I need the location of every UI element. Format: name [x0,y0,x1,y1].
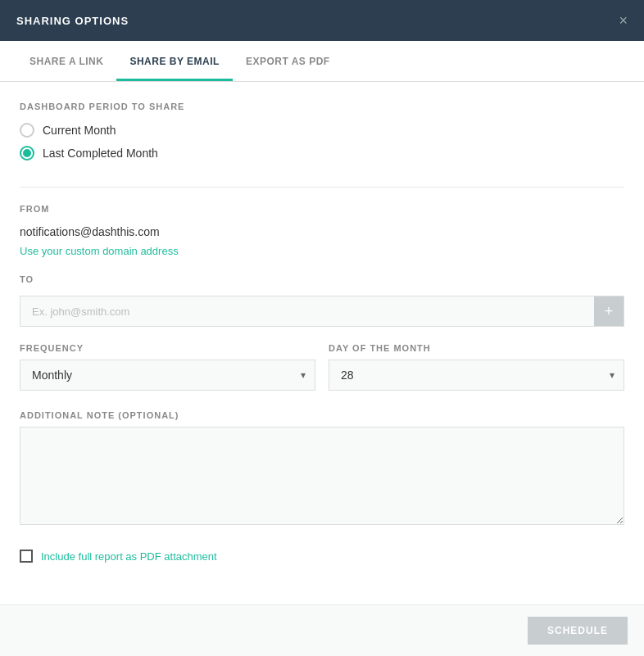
frequency-select[interactable]: Daily Weekly Monthly Yearly [20,360,315,391]
frequency-select-wrapper: Daily Weekly Monthly Yearly ▾ [20,360,315,391]
radio-last-completed-month[interactable]: Last Completed Month [20,146,624,161]
period-radio-group: Current Month Last Completed Month [20,123,624,161]
tabs-bar: SHARE A LINK SHARE BY EMAIL EXPORT AS PD… [0,41,644,82]
tab-share-link[interactable]: SHARE A LINK [16,41,116,81]
tab-export-pdf[interactable]: EXPORT AS PDF [233,41,343,81]
to-input-wrapper: + [20,296,624,327]
note-section: ADDITIONAL NOTE (OPTIONAL) [20,410,624,528]
add-email-button[interactable]: + [594,296,624,326]
day-select[interactable]: 1234 5678 9101112 13141516 17181920 2122… [329,360,624,391]
modal-footer: SCHEDULE [0,604,644,656]
frequency-label: FREQUENCY [20,343,315,353]
custom-domain-link[interactable]: Use your custom domain address [20,245,179,257]
radio-label-last-completed: Last Completed Month [43,147,158,160]
section-divider [20,187,624,188]
frequency-group: FREQUENCY Daily Weekly Monthly Yearly ▾ [20,343,315,391]
modal-body: DASHBOARD PERIOD TO SHARE Current Month … [0,82,644,604]
pdf-label-colored: full report as PDF attachment [79,550,217,563]
from-section: FROM notifications@dashthis.com Use your… [20,204,624,258]
pdf-label: Include full report as PDF attachment [41,550,217,563]
day-label: DAY OF THE MONTH [329,343,624,353]
radio-circle-last [20,146,34,161]
pdf-checkbox[interactable] [20,550,33,563]
radio-label-current-month: Current Month [43,124,116,137]
dashboard-period-label: DASHBOARD PERIOD TO SHARE [20,102,624,111]
sharing-options-modal: SHARING OPTIONS × SHARE A LINK SHARE BY … [0,0,644,656]
modal-title: SHARING OPTIONS [16,15,129,27]
modal-header: SHARING OPTIONS × [0,0,644,41]
pdf-checkbox-row: Include full report as PDF attachment [20,550,624,563]
from-email: notifications@dashthis.com [20,225,624,238]
radio-circle-current [20,123,34,138]
day-group: DAY OF THE MONTH 1234 5678 9101112 13141… [329,343,624,391]
to-label: TO [20,274,624,284]
frequency-row: FREQUENCY Daily Weekly Monthly Yearly ▾ … [20,343,624,391]
day-select-wrapper: 1234 5678 9101112 13141516 17181920 2122… [329,360,624,391]
note-textarea[interactable] [20,427,624,525]
to-email-input[interactable] [20,297,594,326]
close-button[interactable]: × [619,13,628,28]
from-label: FROM [20,204,624,214]
radio-current-month[interactable]: Current Month [20,123,624,138]
tab-share-email[interactable]: SHARE BY EMAIL [116,41,232,81]
note-label: ADDITIONAL NOTE (OPTIONAL) [20,410,624,420]
pdf-label-pre: Include [41,550,79,563]
schedule-button[interactable]: SCHEDULE [528,617,628,645]
to-section: TO + [20,274,624,327]
